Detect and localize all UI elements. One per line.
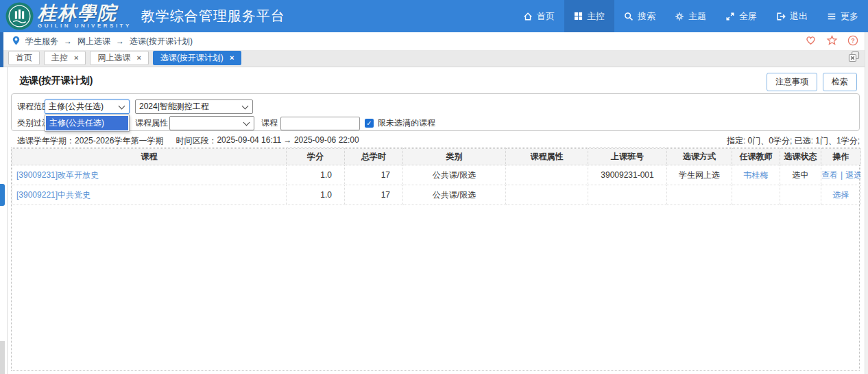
semester-label: 选课学年学期：	[17, 135, 75, 147]
drop-link[interactable]: 退选	[845, 170, 860, 180]
nav-item-search[interactable]: 搜索	[614, 0, 665, 32]
tab-close-icon[interactable]: ×	[136, 54, 141, 62]
breadcrumb-item-current-page: 选课(按开课计划)	[130, 36, 193, 46]
method-cell	[667, 185, 732, 205]
search-icon	[624, 12, 634, 21]
col-teacher: 任课教师	[732, 149, 780, 165]
university-brand: 桂林學院 GUILIN UNIVERSITY	[38, 3, 132, 29]
course-scope-dropdown-list: 主修(公共任选)	[45, 115, 130, 132]
method-cell: 学生网上选	[667, 165, 732, 185]
teacher-cell	[732, 185, 780, 205]
svg-text:?: ?	[851, 37, 855, 44]
nav-item-theme[interactable]: 主题	[665, 0, 716, 32]
selection-info-line: 选课学年学期： 2025-2026学年第一学期 时间区段： 2025-09-04…	[17, 135, 860, 147]
col-actions: 操作	[821, 149, 861, 165]
status-cell	[780, 185, 821, 205]
breadcrumb-separator: →	[64, 36, 72, 46]
university-logo	[5, 2, 34, 30]
main-content: 选课(按开课计划) 注意事项 检索 课程范围 主修(公共任选) 2024|智能测…	[0, 67, 868, 374]
top-navigation: 首页 主控 搜索 主题 全屏	[514, 0, 868, 32]
course-label: 课程	[261, 116, 278, 130]
location-pin-icon	[11, 35, 21, 48]
major-select[interactable]: 2024|智能测控工程	[135, 100, 253, 114]
notes-button[interactable]: 注意事项	[767, 73, 817, 91]
attr-cell	[506, 165, 588, 185]
course-link[interactable]: [39009231]改革开放史	[16, 170, 99, 180]
period-label: 时间区段：	[176, 135, 217, 147]
course-scope-select[interactable]: 主修(公共任选)	[45, 100, 130, 114]
select-link[interactable]: 选择	[833, 190, 849, 200]
view-link[interactable]: 查看	[821, 170, 838, 180]
help-icon[interactable]: ?	[847, 35, 858, 48]
vertical-scrollbar[interactable]	[865, 32, 868, 374]
gears-icon	[675, 12, 684, 21]
breadcrumb: 学生服务→网上选课→选课(按开课计划)	[25, 36, 193, 47]
nav-item-more[interactable]: 更多	[817, 0, 868, 32]
menu-icon	[827, 12, 836, 21]
nav-item-fullscreen[interactable]: 全屏	[716, 0, 767, 32]
search-button[interactable]: 检索	[823, 73, 857, 91]
page-title: 选课(按开课计划)	[19, 75, 93, 87]
tab-close-icon[interactable]: ×	[74, 54, 78, 62]
tab-home[interactable]: 首页	[8, 51, 40, 65]
course-table-container: 课程 学分 总学时 类别 课程属性 上课班号 选课方式 任课教师 选课状态 操作…	[11, 148, 860, 371]
only-unfilled-checkbox[interactable]: ✓	[365, 119, 374, 128]
col-course: 课程	[12, 149, 287, 165]
table-row: [39009231]改革开放史 1.0 17 公共课/限选 39009231-0…	[12, 165, 861, 185]
col-attr: 课程属性	[506, 149, 588, 165]
sidebar-collapse-handle[interactable]	[0, 184, 5, 206]
close-all-tabs-icon[interactable]	[848, 51, 860, 65]
dropdown-option-selected[interactable]: 主修(公共任选)	[46, 116, 128, 130]
tab-bar: 首页 主控 × 网上选课 × 选课(按开课计划) ×	[0, 50, 868, 67]
top-header-bar: 桂林學院 GUILIN UNIVERSITY 教学综合管理服务平台 首页 主控 …	[0, 0, 868, 32]
attr-cell	[506, 185, 588, 205]
nav-item-main-control[interactable]: 主控	[564, 0, 614, 32]
breadcrumb-item-online-course-selection[interactable]: 网上选课	[77, 36, 110, 46]
class-no-cell: 39009231-001	[588, 165, 667, 185]
only-unfilled-label: 限未选满的课程	[378, 116, 435, 130]
hours-cell: 17	[345, 185, 403, 205]
category-cell: 公共课/限选	[403, 185, 506, 205]
credit-cell: 1.0	[287, 185, 345, 205]
tab-close-icon[interactable]: ×	[230, 54, 234, 62]
fullscreen-icon	[725, 12, 735, 21]
university-name-cn: 桂林學院	[38, 3, 132, 22]
selection-stats: 指定: 0门、0学分; 已选: 1门、1学分;	[727, 135, 860, 147]
tab-main-control[interactable]: 主控 ×	[44, 51, 86, 65]
favorite-heart-icon[interactable]	[805, 35, 817, 47]
tab-course-selection-plan[interactable]: 选课(按开课计划) ×	[153, 51, 241, 65]
category-cell: 公共课/限选	[403, 165, 506, 185]
period-value: 2025-09-04 16:11 → 2025-09-06 22:00	[217, 135, 359, 147]
teacher-link[interactable]: 韦桂梅	[744, 170, 769, 180]
action-separator: |	[841, 170, 843, 180]
nav-item-home[interactable]: 首页	[514, 0, 564, 32]
class-no-cell	[588, 185, 667, 205]
course-attr-select[interactable]	[169, 116, 254, 130]
breadcrumb-separator: →	[116, 36, 124, 46]
sidebar-rail	[0, 67, 8, 374]
col-category: 类别	[403, 149, 506, 165]
logout-icon	[776, 12, 786, 21]
rail-scroll-block	[0, 341, 5, 374]
course-table: 课程 学分 总学时 类别 课程属性 上课班号 选课方式 任课教师 选课状态 操作…	[12, 148, 861, 205]
breadcrumb-item-student-services[interactable]: 学生服务	[25, 36, 58, 46]
course-attr-label: 课程属性	[135, 116, 168, 130]
left-accent-stripe	[0, 32, 3, 67]
university-name-en: GUILIN UNIVERSITY	[38, 23, 132, 29]
home-icon	[523, 12, 533, 21]
col-credit: 学分	[287, 149, 345, 165]
status-cell: 选中	[780, 165, 821, 185]
col-status: 选课状态	[780, 149, 821, 165]
platform-title: 教学综合管理服务平台	[141, 7, 285, 25]
table-header-row: 课程 学分 总学时 类别 课程属性 上课班号 选课方式 任课教师 选课状态 操作	[12, 149, 861, 165]
semester-value: 2025-2026学年第一学期	[75, 135, 163, 147]
table-row: [39009221]中共党史 1.0 17 公共课/限选 选择	[12, 185, 861, 205]
hours-cell: 17	[345, 165, 403, 185]
tab-online-course-selection[interactable]: 网上选课 ×	[90, 51, 148, 65]
course-input[interactable]	[280, 117, 360, 130]
nav-item-logout[interactable]: 退出	[767, 0, 817, 32]
col-class-no: 上课班号	[588, 149, 667, 165]
bookmark-star-icon[interactable]	[826, 35, 838, 48]
course-link[interactable]: [39009221]中共党史	[16, 190, 91, 200]
breadcrumb-bar: 学生服务→网上选课→选课(按开课计划) ?	[0, 32, 868, 50]
